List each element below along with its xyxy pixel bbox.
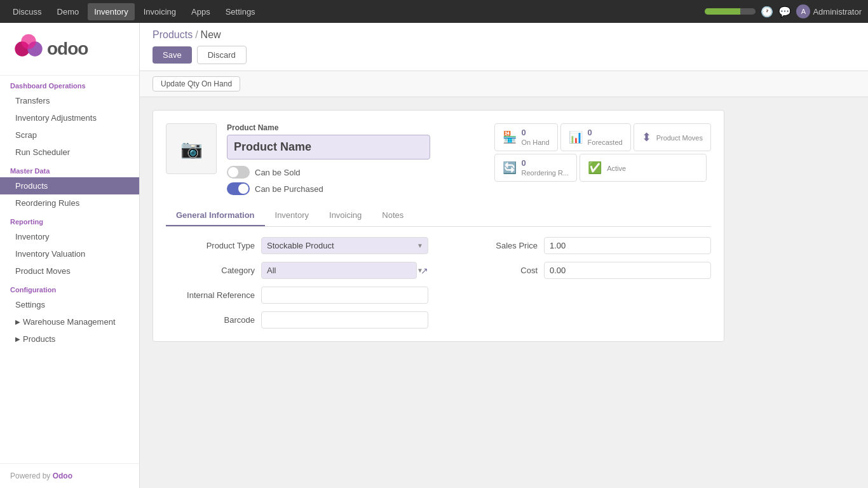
can-be-purchased-row: Can be Purchased — [227, 182, 484, 195]
warehouse-icon: 🏪 — [503, 130, 517, 144]
can-be-sold-slider — [227, 166, 250, 179]
sidebar-item-inventory-adjustments[interactable]: Inventory Adjustments — [0, 109, 139, 126]
category-external-link[interactable]: ↗ — [421, 266, 428, 276]
cost-input[interactable] — [544, 262, 711, 279]
product-type-select[interactable]: Stockable Product Consumable Service — [261, 237, 428, 254]
internal-ref-input[interactable] — [261, 287, 428, 304]
category-label: Category — [166, 266, 255, 275]
sidebar-item-config-products[interactable]: ▶ Products — [0, 330, 139, 348]
sidebar-item-warehouse-management[interactable]: ▶ Warehouse Management — [0, 313, 139, 330]
admin-label-text: Administrator — [813, 7, 862, 17]
nav-invoicing[interactable]: Invoicing — [137, 3, 182, 20]
product-name-label: Product Name — [227, 123, 484, 132]
sidebar-item-inventory-valuation[interactable]: Inventory Valuation — [0, 245, 139, 262]
nav-demo[interactable]: Demo — [51, 3, 86, 20]
product-type-label: Product Type — [166, 241, 255, 250]
sidebar-item-transfers[interactable]: Transfers — [0, 92, 139, 109]
odoo-text: odoo — [47, 39, 88, 59]
nav-apps[interactable]: Apps — [185, 3, 217, 20]
top-navigation: Discuss Demo Inventory Invoicing Apps Se… — [0, 0, 868, 23]
on-hand-content: 0 On Hand — [522, 128, 550, 147]
breadcrumb-parent[interactable]: Products — [153, 29, 193, 41]
sidebar-item-inventory-report[interactable]: Inventory — [0, 228, 139, 245]
form-right-section: Sales Price Cost — [449, 237, 711, 329]
on-hand-button[interactable]: 🏪 0 On Hand — [494, 123, 558, 151]
smart-buttons: 🏪 0 On Hand 📊 0 Forecasted — [494, 123, 711, 182]
product-toggles: Can be Sold Can be Purchased — [227, 166, 484, 195]
tab-notes[interactable]: Notes — [372, 205, 414, 226]
sidebar-item-run-scheduler[interactable]: Run Scheduler — [0, 144, 139, 161]
tab-general-information[interactable]: General Information — [166, 205, 265, 226]
sidebar-item-reordering-rules[interactable]: Reordering Rules — [0, 194, 139, 212]
tab-inventory[interactable]: Inventory — [265, 205, 319, 226]
forecasted-content: 0 Forecasted — [588, 128, 623, 147]
tab-invoicing[interactable]: Invoicing — [319, 205, 372, 226]
form-tabs: General Information Inventory Invoicing … — [166, 205, 711, 227]
active-button[interactable]: ✅ Active — [580, 154, 707, 182]
category-row: Category All ▼ ↗ — [166, 262, 428, 279]
forecast-icon: 📊 — [569, 130, 583, 144]
form-grid: Product Type Stockable Product Consumabl… — [166, 237, 711, 329]
avatar: A — [796, 4, 810, 18]
sidebar-footer: Powered by Odoo — [0, 463, 139, 488]
product-moves-button[interactable]: ⬍ Product Moves — [634, 123, 711, 151]
reordering-button[interactable]: 🔄 0 Reordering R... — [494, 154, 578, 182]
product-header: 📷 Product Name — [166, 123, 711, 195]
reorder-icon: 🔄 — [503, 161, 517, 175]
reordering-label: Reordering R... — [522, 169, 569, 177]
product-type-select-wrap: Stockable Product Consumable Service ▼ — [261, 237, 428, 254]
camera-icon: 📷 — [180, 139, 203, 159]
section-reporting: Reporting — [0, 212, 139, 228]
form-area: 📷 Product Name — [140, 97, 868, 488]
category-select[interactable]: All — [261, 262, 417, 279]
active-icon: ✅ — [588, 161, 602, 175]
category-select-wrap: All ▼ ↗ — [261, 262, 428, 279]
chat-icon[interactable]: 💬 — [778, 6, 791, 18]
progress-bar-fill — [705, 8, 740, 15]
product-moves-label: Product Moves — [656, 134, 703, 142]
sidebar-item-scrap[interactable]: Scrap — [0, 126, 139, 144]
nav-settings[interactable]: Settings — [219, 3, 262, 20]
sales-price-row: Sales Price — [449, 237, 711, 254]
expand-arrow-products: ▶ — [15, 336, 20, 342]
sales-price-input[interactable] — [544, 237, 711, 254]
breadcrumb-current: New — [201, 29, 221, 41]
barcode-row: Barcode — [166, 311, 428, 329]
update-qty-button[interactable]: Update Qty On Hand — [153, 76, 240, 92]
admin-menu[interactable]: A Administrator — [796, 4, 862, 18]
product-image[interactable]: 📷 — [166, 123, 217, 174]
section-configuration: Configuration — [0, 280, 139, 296]
sidebar-item-products[interactable]: Products — [0, 177, 139, 194]
can-be-purchased-slider — [227, 182, 250, 195]
section-dashboard-operations: Dashboard Operations — [0, 76, 139, 92]
can-be-sold-row: Can be Sold — [227, 166, 484, 179]
smart-buttons-row-2: 🔄 0 Reordering R... ✅ Active — [494, 154, 711, 182]
nav-inventory[interactable]: Inventory — [88, 3, 134, 20]
can-be-sold-label: Can be Sold — [255, 168, 301, 177]
sidebar: odoo Dashboard Operations Transfers Inve… — [0, 23, 140, 488]
sidebar-item-settings[interactable]: Settings — [0, 296, 139, 313]
clock-icon[interactable]: 🕐 — [761, 6, 773, 18]
sub-action-bar: Update Qty On Hand — [140, 71, 868, 97]
breadcrumb: Products / New — [153, 29, 855, 41]
odoo-footer-brand: Odoo — [53, 471, 72, 480]
can-be-purchased-knob — [238, 184, 248, 194]
expand-arrow-warehouse: ▶ — [15, 318, 20, 325]
sales-price-label: Sales Price — [449, 241, 538, 250]
barcode-input[interactable] — [261, 311, 428, 329]
forecasted-button[interactable]: 📊 0 Forecasted — [560, 123, 631, 151]
nav-discuss[interactable]: Discuss — [6, 3, 48, 20]
sidebar-item-product-moves[interactable]: Product Moves — [0, 262, 139, 280]
on-hand-label: On Hand — [522, 139, 550, 146]
action-buttons: Save Discard — [153, 46, 855, 64]
can-be-sold-toggle[interactable] — [227, 166, 250, 179]
logo-area[interactable]: odoo — [0, 23, 139, 76]
active-label: Active — [607, 165, 626, 172]
product-name-input[interactable] — [227, 135, 430, 159]
product-type-row: Product Type Stockable Product Consumabl… — [166, 237, 428, 254]
can-be-purchased-toggle[interactable] — [227, 182, 250, 195]
discard-button[interactable]: Discard — [197, 46, 247, 64]
barcode-label: Barcode — [166, 315, 255, 325]
moves-icon: ⬍ — [642, 130, 651, 144]
save-button[interactable]: Save — [153, 46, 192, 64]
